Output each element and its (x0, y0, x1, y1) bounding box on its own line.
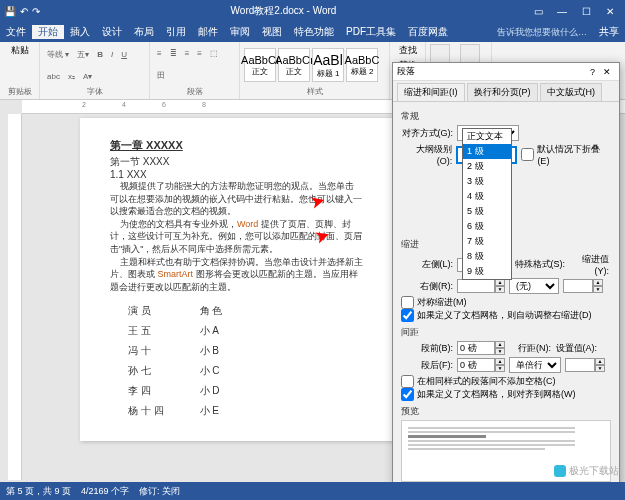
save-icon[interactable]: 💾 (4, 6, 16, 17)
spin-down-icon[interactable]: ▼ (593, 286, 603, 293)
tab-review[interactable]: 审阅 (224, 25, 256, 39)
tab-view[interactable]: 视图 (256, 25, 288, 39)
tab-file[interactable]: 文件 (0, 25, 32, 39)
highlight-button[interactable]: x₂ (65, 70, 78, 83)
after-label: 段后(F): (401, 359, 453, 372)
mirror-indent-checkbox[interactable] (401, 296, 414, 309)
level-option[interactable]: 5 级 (463, 204, 511, 219)
underline-button[interactable]: U (118, 48, 130, 61)
table-row: 杨 十 四小 E (110, 401, 240, 421)
level-option[interactable]: 9 级 (463, 264, 511, 279)
spin-down-icon[interactable]: ▼ (495, 286, 505, 293)
dialog-close-icon[interactable]: ✕ (599, 67, 615, 77)
tab-special[interactable]: 特色功能 (288, 25, 340, 39)
at-value-input[interactable] (565, 358, 595, 372)
word-count[interactable]: 4/2169 个字 (81, 485, 129, 498)
styles-gallery[interactable]: AaBbCı正文 AaBbCı正文 AaBl标题 1 AaBbC标题 2 (244, 44, 385, 86)
special-indent-select[interactable]: (无) (509, 278, 559, 294)
section-general: 常规 (401, 110, 611, 123)
spin-down-icon[interactable]: ▼ (595, 365, 605, 372)
share-button[interactable]: 共享 (593, 25, 625, 39)
tell-me-input[interactable]: 告诉我您想要做什么… (491, 26, 593, 39)
vertical-ruler[interactable] (8, 114, 22, 480)
level-option[interactable]: 7 级 (463, 234, 511, 249)
align-left-button[interactable]: ≡ (182, 47, 193, 60)
level-option[interactable]: 8 级 (463, 249, 511, 264)
undo-icon[interactable]: ↶ (20, 6, 28, 17)
group-label-styles: 样式 (244, 86, 385, 97)
spin-up-icon[interactable]: ▲ (495, 358, 505, 365)
by-value-input[interactable] (563, 279, 593, 293)
snap-grid-checkbox[interactable] (401, 388, 414, 401)
outline-label: 大纲级别(O): (401, 143, 452, 166)
shading-button[interactable]: ⬚ (207, 47, 221, 60)
tab-pdf[interactable]: PDF工具集 (340, 25, 402, 39)
italic-button[interactable]: I (108, 48, 116, 61)
style-h1[interactable]: AaBl标题 1 (312, 48, 344, 82)
group-label-clipboard: 剪贴板 (4, 86, 35, 97)
no-space-checkbox[interactable] (401, 375, 414, 388)
level-option[interactable]: 6 级 (463, 219, 511, 234)
style-body[interactable]: AaBbCı正文 (278, 48, 310, 82)
level-option[interactable]: 2 级 (463, 159, 511, 174)
table-header: 演 员角 色 (110, 301, 240, 321)
level-option[interactable]: 4 级 (463, 189, 511, 204)
font-size-select[interactable]: 五▾ (74, 47, 92, 62)
dialog-tab-linebreak[interactable]: 换行和分页(P) (467, 83, 538, 101)
left-indent-label: 左侧(L): (401, 258, 453, 271)
tab-references[interactable]: 引用 (160, 25, 192, 39)
collapse-checkbox[interactable] (521, 148, 534, 161)
language-status[interactable]: 修订: 关闭 (139, 485, 180, 498)
bullets-button[interactable]: ≡ (154, 47, 165, 60)
font-color-button[interactable]: A▾ (80, 70, 95, 83)
before-input[interactable] (457, 341, 495, 355)
group-label-font: 字体 (44, 86, 145, 97)
status-bar: 第 5 页，共 9 页 4/2169 个字 修订: 关闭 (0, 482, 625, 500)
numbering-button[interactable]: ≣ (167, 47, 180, 60)
auto-adjust-checkbox[interactable] (401, 309, 414, 322)
tab-insert[interactable]: 插入 (64, 25, 96, 39)
style-h2[interactable]: AaBbC标题 2 (346, 48, 378, 82)
spin-down-icon[interactable]: ▼ (495, 348, 505, 355)
right-indent-input[interactable] (457, 279, 495, 293)
dialog-tab-indent[interactable]: 缩进和间距(I) (397, 83, 465, 101)
minimize-icon[interactable]: — (551, 6, 573, 17)
borders-button[interactable]: 田 (154, 68, 168, 83)
redo-icon[interactable]: ↷ (32, 6, 40, 17)
tab-home[interactable]: 开始 (32, 25, 64, 39)
ribbon-tabs: 文件 开始 插入 设计 布局 引用 邮件 审阅 视图 特色功能 PDF工具集 百… (0, 22, 625, 42)
dialog-help-icon[interactable]: ? (586, 67, 599, 77)
alignment-label: 对齐方式(G): (401, 127, 453, 140)
paste-button[interactable]: 粘贴 (11, 44, 29, 57)
tab-baidu[interactable]: 百度网盘 (402, 25, 454, 39)
page-status[interactable]: 第 5 页，共 9 页 (6, 485, 71, 498)
level-option[interactable]: 1 级 (463, 144, 511, 159)
dialog-tab-asian[interactable]: 中文版式(H) (540, 83, 603, 101)
spin-up-icon[interactable]: ▲ (593, 279, 603, 286)
bold-button[interactable]: B (94, 48, 106, 61)
maximize-icon[interactable]: ☐ (575, 6, 597, 17)
linespace-select[interactable]: 单倍行距 (509, 357, 561, 373)
align-center-button[interactable]: ≡ (194, 47, 205, 60)
outline-level-dropdown: 正文文本 1 级 2 级 3 级 4 级 5 级 6 级 7 级 8 级 9 级 (462, 128, 512, 280)
window-title: Word教程2.docx - Word (40, 4, 527, 18)
spin-up-icon[interactable]: ▲ (495, 279, 505, 286)
tab-layout[interactable]: 布局 (128, 25, 160, 39)
style-normal[interactable]: AaBbCı正文 (244, 48, 276, 82)
spin-up-icon[interactable]: ▲ (595, 358, 605, 365)
level-option[interactable]: 正文文本 (463, 129, 511, 144)
after-input[interactable] (457, 358, 495, 372)
level-option[interactable]: 3 级 (463, 174, 511, 189)
close-icon[interactable]: ✕ (599, 6, 621, 17)
linespace-label: 行距(N): (509, 342, 551, 355)
strike-button[interactable]: abc (44, 70, 63, 83)
font-family-select[interactable]: 等线 ▾ (44, 47, 72, 62)
find-button[interactable]: 查找 (399, 44, 417, 57)
section-spacing: 间距 (401, 326, 611, 339)
spin-down-icon[interactable]: ▼ (495, 365, 505, 372)
spin-up-icon[interactable]: ▲ (495, 341, 505, 348)
tab-mailings[interactable]: 邮件 (192, 25, 224, 39)
table-row: 孙 七小 C (110, 361, 240, 381)
ribbon-options-icon[interactable]: ▭ (527, 6, 549, 17)
tab-design[interactable]: 设计 (96, 25, 128, 39)
